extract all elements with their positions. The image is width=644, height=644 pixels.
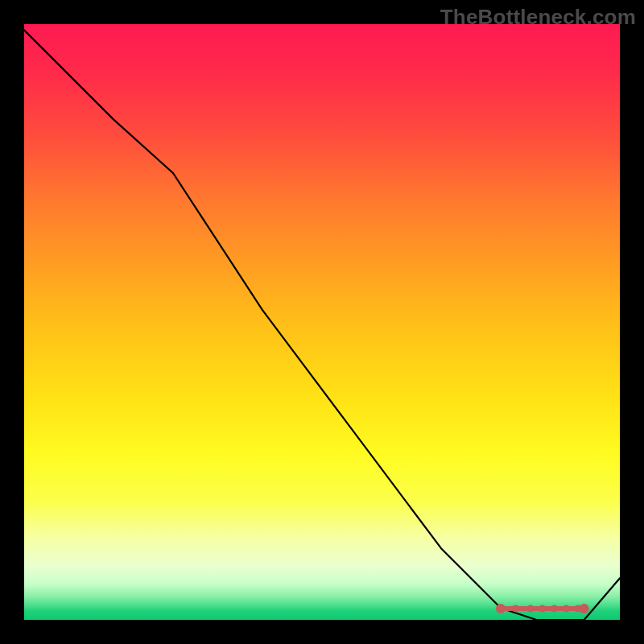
plot-area bbox=[24, 24, 620, 620]
bottleneck-curve-line bbox=[24, 30, 620, 620]
optimal-range-dot bbox=[512, 605, 519, 613]
optimal-range-dot bbox=[527, 605, 535, 613]
optimal-range-dot bbox=[496, 604, 506, 613]
optimal-range-dot bbox=[580, 604, 589, 613]
optimal-range-marker bbox=[496, 604, 589, 613]
optimal-range-dot bbox=[539, 605, 546, 613]
optimal-range-dot bbox=[563, 605, 570, 613]
optimal-range-dot bbox=[551, 605, 558, 613]
chart-frame: TheBottleneck.com bbox=[0, 0, 644, 644]
chart-overlay-svg bbox=[24, 24, 620, 620]
